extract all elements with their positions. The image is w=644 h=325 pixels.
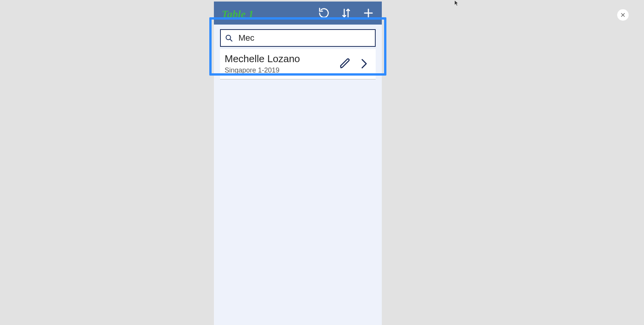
chevron-right-icon	[358, 58, 370, 70]
sort-icon	[340, 7, 352, 19]
mouse-cursor	[454, 0, 460, 7]
table-panel: Table 1	[214, 2, 382, 325]
panel-title: Table 1	[222, 6, 318, 20]
list-item[interactable]: Mechelle Lozano Singapore 1-2019	[220, 49, 376, 79]
close-icon	[620, 12, 626, 18]
refresh-icon	[318, 7, 330, 19]
list-item-subtitle: Singapore 1-2019	[225, 66, 339, 74]
svg-line-7	[230, 39, 232, 41]
panel-header: Table 1	[214, 2, 382, 25]
open-button[interactable]	[358, 58, 370, 70]
plus-icon	[363, 7, 374, 19]
edit-button[interactable]	[339, 58, 351, 70]
sort-button[interactable]	[340, 7, 352, 19]
refresh-button[interactable]	[318, 7, 330, 19]
pencil-icon	[339, 58, 351, 70]
results-list: Mechelle Lozano Singapore 1-2019	[214, 48, 382, 79]
search-container	[214, 25, 382, 48]
add-button[interactable]	[363, 7, 374, 19]
list-item-actions	[339, 58, 373, 70]
close-button[interactable]	[617, 9, 629, 21]
header-actions	[318, 7, 376, 19]
list-item-text: Mechelle Lozano Singapore 1-2019	[225, 53, 339, 74]
search-box[interactable]	[220, 29, 376, 47]
search-icon	[225, 34, 233, 42]
search-input[interactable]	[233, 33, 371, 43]
list-item-name: Mechelle Lozano	[225, 53, 339, 65]
